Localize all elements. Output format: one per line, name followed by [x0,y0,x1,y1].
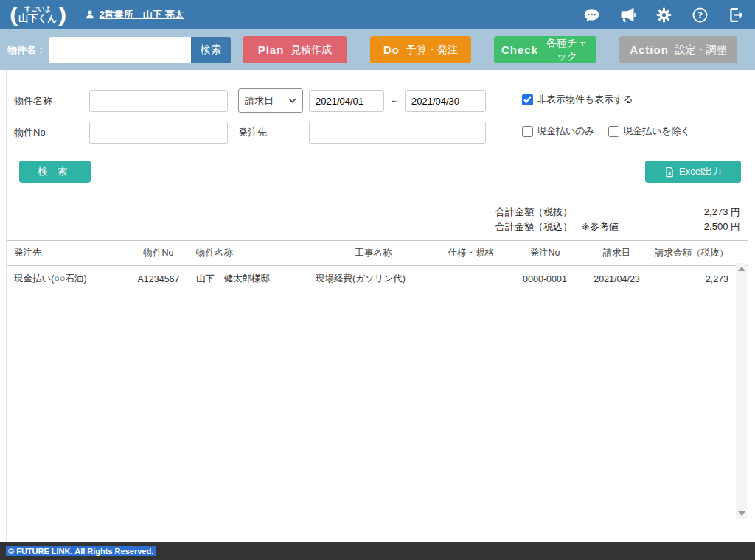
pdca-nav: Plan 見積作成 Do 予算・発注 Check 各種チェック Action 設… [243,36,737,63]
property-name-input[interactable] [89,90,228,112]
quick-search-input[interactable] [49,37,191,63]
nav-action-en: Action [630,43,669,56]
filter-form: 物件名称 請求日 ～ 非表示物件も表示する 物件No 発注先 現金払いのみ 現金… [7,70,748,151]
table-row[interactable]: 現金払い(○○石油) A1234567 山下 健太郎様邸 現場経費(ガソリン代)… [7,266,748,293]
col-header-property-no: 物件No [128,241,189,266]
nav-action-ja: 設定・調整 [675,43,727,57]
svg-text:x: x [668,170,672,176]
nav-check-ja: 各種チェック [545,37,589,63]
col-header-property-name: 物件名称 [189,241,313,266]
nav-plan-button[interactable]: Plan 見積作成 [243,36,347,63]
total-excl-tax-label: 合計金額（税抜） [495,205,572,220]
col-header-spec: 仕様・規格 [434,241,508,266]
property-name-label: 物件名称 [14,94,52,108]
supplier-input[interactable] [309,122,486,144]
quick-search-label: 物件名： [7,43,46,57]
date-from-input[interactable] [309,90,384,112]
excel-file-icon: x [664,167,675,178]
nav-do-en: Do [383,43,400,56]
total-incl-tax-row: 合計金額（税込） ※参考値 2,500 円 [495,220,740,234]
col-header-supplier: 発注先 [7,241,128,266]
cell-invoice-amount: 2,273 [652,266,748,293]
excel-export-button[interactable]: x Excel出力 [645,161,741,183]
date-type-select[interactable]: 請求日 [238,88,303,113]
results-list: 発注先 物件No 物件名称 工事名称 仕様・規格 発注No 請求日 請求金額（税… [7,240,748,292]
cell-invoice-date: 2021/04/23 [582,266,652,293]
scroll-up-button[interactable] [738,267,745,271]
app-logo[interactable]: ( すごいよ 山下くん ) [10,5,66,25]
total-excl-tax-row: 合計金額（税抜） 2,273 円 [495,205,740,220]
cell-order-no: 0000-0001 [508,266,582,293]
logo-text-bottom: 山下くん [18,13,58,24]
quick-search-button[interactable]: 検索 [191,37,231,63]
main-content: 物件名称 請求日 ～ 非表示物件も表示する 物件No 発注先 現金払いのみ 現金… [6,70,748,542]
property-no-label: 物件No [14,126,46,139]
logo-paren-right: ) [58,5,66,25]
totals-summary: 合計金額（税抜） 2,273 円 合計金額（税込） ※参考値 2,500 円 [495,205,740,234]
total-incl-tax-value: 2,500 円 [704,220,740,234]
cash-exclude-label: 現金払いを除く [623,125,691,138]
quick-search-toolbar: 物件名： 検索 Plan 見積作成 Do 予算・発注 Check 各種チェック … [0,29,755,70]
megaphone-icon[interactable] [619,6,636,24]
nav-action-button[interactable]: Action 設定・調整 [619,36,737,63]
table-header-row: 発注先 物件No 物件名称 工事名称 仕様・規格 発注No 請求日 請求金額（税… [7,241,748,266]
cash-only-checkbox[interactable]: 現金払いのみ [522,125,595,138]
cell-supplier: 現金払い(○○石油) [7,266,128,293]
nav-plan-en: Plan [258,43,285,56]
user-menu-link[interactable]: 2営業所 山下 亮太 [85,8,184,21]
cash-only-checkbox-input[interactable] [522,126,533,137]
person-icon [85,10,95,20]
action-row: 検 索 x Excel出力 [7,161,748,183]
help-icon[interactable]: ? [691,6,709,24]
total-incl-tax-label: 合計金額（税込） ※参考値 [495,220,619,234]
excel-export-label: Excel出力 [679,165,722,178]
cash-exclude-checkbox-input[interactable] [608,126,619,137]
col-header-order-no: 発注No [508,241,582,266]
nav-check-en: Check [501,43,538,56]
logout-icon[interactable] [727,6,745,24]
search-button[interactable]: 検 索 [19,161,91,183]
nav-do-button[interactable]: Do 予算・発注 [370,36,471,63]
gear-icon[interactable] [655,6,672,24]
header-icon-group: ? [582,6,745,24]
show-hidden-checkbox-input[interactable] [522,94,533,105]
nav-check-button[interactable]: Check 各種チェック [494,36,596,63]
cell-property-no: A1234567 [128,266,189,293]
date-type-selected: 請求日 [245,94,274,108]
cash-only-label: 現金払いのみ [537,125,595,138]
chevron-down-icon [288,98,296,103]
col-header-invoice-amount: 請求金額（税抜） [652,241,748,266]
page-footer: © FUTURE LINK. All Rights Reserved. [0,542,755,560]
date-range-separator: ～ [390,94,400,108]
date-to-input[interactable] [405,90,486,112]
cell-spec [434,266,508,293]
chat-icon[interactable] [582,6,600,24]
svg-text:?: ? [697,9,702,20]
nav-plan-ja: 見積作成 [290,43,332,57]
cash-exclude-checkbox[interactable]: 現金払いを除く [608,125,691,138]
logo-paren-left: ( [10,5,18,25]
show-hidden-label: 非表示物件も表示する [537,93,633,106]
user-name: 2営業所 山下 亮太 [100,8,184,21]
vertical-scrollbar[interactable] [736,263,747,519]
copyright-text: © FUTURE LINK. All Rights Reserved. [6,546,156,556]
scroll-down-button[interactable] [738,511,745,516]
results-table: 発注先 物件No 物件名称 工事名称 仕様・規格 発注No 請求日 請求金額（税… [7,240,748,292]
nav-do-ja: 予算・発注 [406,43,458,57]
col-header-invoice-date: 請求日 [582,241,652,266]
show-hidden-checkbox[interactable]: 非表示物件も表示する [522,93,633,106]
total-excl-tax-value: 2,273 円 [704,205,740,220]
top-header: ( すごいよ 山下くん ) 2営業所 山下 亮太 ? [0,0,755,29]
col-header-work-name: 工事名称 [313,241,434,266]
cell-property-name: 山下 健太郎様邸 [189,266,313,293]
supplier-label: 発注先 [238,126,267,139]
cell-work-name: 現場経費(ガソリン代) [313,266,434,293]
property-no-input[interactable] [89,122,228,144]
